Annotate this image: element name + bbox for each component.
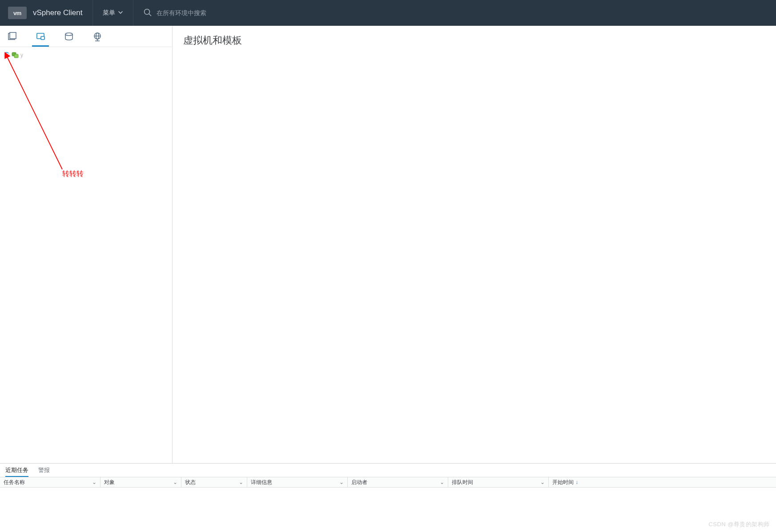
network-icon bbox=[92, 32, 102, 41]
chevron-down-icon: ⌄ bbox=[437, 479, 444, 485]
menu-label: 菜单 bbox=[103, 9, 115, 17]
tab-alarms[interactable]: 警报 bbox=[38, 466, 50, 477]
divider bbox=[92, 0, 93, 26]
chevron-down-icon bbox=[118, 9, 123, 16]
svg-line-15 bbox=[7, 57, 62, 169]
chevron-down-icon: ⌄ bbox=[170, 479, 177, 485]
chevron-down-icon: ⌄ bbox=[337, 479, 344, 485]
col-initiator[interactable]: 启动者 ⌄ bbox=[348, 477, 448, 487]
vcenter-icon bbox=[12, 52, 19, 59]
chevron-down-icon: ⌄ bbox=[538, 479, 545, 485]
search-input[interactable] bbox=[157, 9, 272, 16]
svg-point-6 bbox=[65, 33, 72, 36]
tasks-table-body bbox=[0, 488, 776, 532]
inventory-tabs bbox=[0, 26, 172, 47]
app-title: vSphere Client bbox=[33, 8, 83, 17]
top-bar: vm vSphere Client 菜单 bbox=[0, 0, 776, 26]
chevron-down-icon: ⌄ bbox=[89, 479, 96, 485]
tasks-table-header: 任务名称 ⌄ 对象 ⌄ 状态 ⌄ 详细信息 ⌄ 启动者 ⌄ 排队时间 ⌄ 开始时… bbox=[0, 477, 776, 488]
col-target[interactable]: 对象 ⌄ bbox=[101, 477, 181, 487]
svg-rect-3 bbox=[10, 32, 16, 39]
col-details[interactable]: 详细信息 ⌄ bbox=[247, 477, 348, 487]
vmware-logo: vm bbox=[8, 7, 27, 19]
tab-recent-tasks[interactable]: 近期任务 bbox=[5, 466, 28, 477]
chevron-down-icon: ⌄ bbox=[236, 479, 243, 485]
svg-rect-5 bbox=[41, 36, 44, 40]
loading-spinner-icon bbox=[4, 52, 10, 58]
col-queued[interactable]: 排队时间 ⌄ bbox=[448, 477, 549, 487]
bottom-panel: 近期任务 警报 任务名称 ⌄ 对象 ⌄ 状态 ⌄ 详细信息 ⌄ 启动者 ⌄ 排队… bbox=[0, 463, 776, 532]
col-task-name[interactable]: 任务名称 ⌄ bbox=[0, 477, 101, 487]
sort-descending-icon: ↓ bbox=[575, 479, 578, 485]
divider bbox=[133, 0, 133, 26]
storage-icon bbox=[64, 32, 74, 41]
tree-item-vcenter[interactable]: y bbox=[2, 50, 170, 60]
bottom-tabs: 近期任务 警报 bbox=[0, 464, 776, 477]
tab-storage[interactable] bbox=[62, 27, 76, 46]
main-content: 虚拟机和模板 bbox=[173, 26, 776, 463]
search-icon bbox=[143, 8, 152, 18]
col-start-time[interactable]: 开始时间 ↓ bbox=[549, 477, 776, 487]
tree-item-label: y bbox=[20, 52, 23, 58]
body-row: y 转转转 虚拟机和模板 bbox=[0, 26, 776, 463]
vms-icon bbox=[36, 32, 45, 41]
sidebar: y 转转转 bbox=[0, 26, 173, 463]
tab-vms-templates[interactable] bbox=[34, 27, 47, 46]
search-wrap bbox=[143, 8, 272, 18]
tab-networking[interactable] bbox=[91, 27, 104, 46]
col-status[interactable]: 状态 ⌄ bbox=[181, 477, 247, 487]
svg-line-1 bbox=[149, 14, 151, 16]
tab-hosts-clusters[interactable] bbox=[5, 27, 19, 46]
menu-dropdown[interactable]: 菜单 bbox=[103, 9, 123, 17]
annotation-arrow bbox=[0, 47, 172, 189]
inventory-tree: y 转转转 bbox=[0, 47, 172, 63]
svg-rect-13 bbox=[14, 54, 18, 58]
hosts-icon bbox=[7, 32, 17, 41]
annotation-text: 转转转 bbox=[62, 169, 84, 179]
page-title: 虚拟机和模板 bbox=[183, 34, 765, 47]
